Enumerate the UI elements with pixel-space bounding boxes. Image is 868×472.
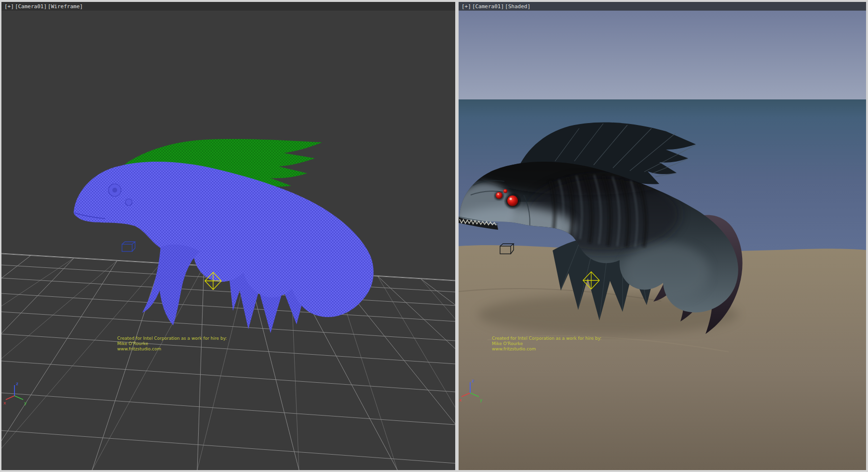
scene-credit-text: Created for Intel Corporation as a work …: [117, 336, 227, 352]
viewport-label-left: [+] [Camera01] [Wireframe]: [1, 2, 455, 11]
credit-line-3: www.fritzstudio.com: [117, 347, 227, 352]
max-viewport-layout: [+] [Camera01] [Wireframe]: [0, 0, 868, 472]
credit-line-1: Created for Intel Corporation as a work …: [117, 336, 227, 341]
axis-z-label: z: [16, 381, 18, 386]
axis-y-label: y: [24, 401, 27, 405]
credit-line-2: Mike O'Rourke: [117, 341, 227, 347]
axis-x-line: [6, 396, 14, 400]
fish-pelvic-fin-wire[interactable]: [142, 244, 200, 325]
credit-line-2: Mike O'Rourke: [492, 341, 601, 347]
axis-x-label: x: [3, 401, 6, 405]
sky: [459, 2, 866, 99]
viewport-splitter[interactable]: [455, 0, 459, 472]
viewport-shading-menu[interactable]: [Shaded]: [505, 3, 530, 10]
viewport-general-menu[interactable]: [+]: [4, 3, 14, 10]
viewport-pov-menu[interactable]: [Camera01]: [15, 3, 47, 10]
viewport-pov-menu[interactable]: [Camera01]: [472, 3, 504, 10]
box-helper[interactable]: [122, 242, 135, 251]
viewport-general-menu[interactable]: [+]: [461, 3, 471, 10]
viewport-camera01-shaded[interactable]: [+] [Camera01] [Shaded]: [459, 2, 866, 470]
credit-line-3: www.fritzstudio.com: [492, 347, 601, 352]
credit-line-1: Created for Intel Corporation as a work …: [492, 336, 601, 341]
viewport-shading-menu[interactable]: [Wireframe]: [48, 3, 83, 10]
ground-plane-grid: [1, 253, 455, 470]
viewport-camera01-wireframe[interactable]: [+] [Camera01] [Wireframe]: [1, 2, 455, 470]
wireframe-scene[interactable]: x y z: [1, 2, 455, 470]
axis-y-label: y: [480, 398, 483, 403]
scene-credit-text: Created for Intel Corporation as a work …: [492, 336, 601, 352]
axis-x-label: x: [459, 398, 462, 403]
axis-z-label: z: [472, 378, 474, 383]
axis-y-line: [14, 396, 23, 400]
viewport-label-right: [+] [Camera01] [Shaded]: [459, 2, 866, 11]
fish-model-wireframe[interactable]: [74, 139, 374, 333]
shaded-scene[interactable]: x y z: [459, 2, 866, 470]
